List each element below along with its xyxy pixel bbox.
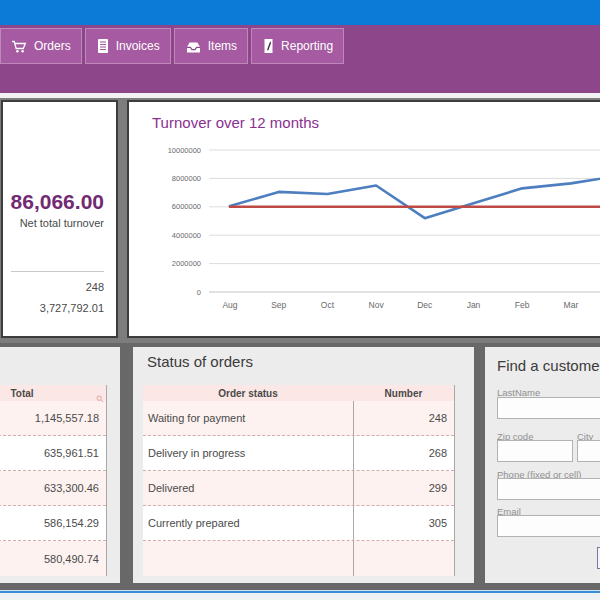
- net-total-label: Net total turnover: [3, 217, 116, 229]
- nav-item-label: Reporting: [281, 39, 333, 53]
- svg-text:Mar: Mar: [564, 300, 579, 310]
- totals-header-row: Total: [0, 385, 106, 401]
- dashboard-window: Orders Invoices Items Reporting: [0, 0, 600, 600]
- total-value: 580,490.74: [0, 553, 106, 565]
- chart-title: Turnover over 12 months: [152, 114, 319, 131]
- totals-column-header: Total: [0, 385, 106, 401]
- window-titlebar: [0, 0, 600, 25]
- summary-divider: [11, 271, 104, 272]
- status-column-header: Order status: [143, 385, 353, 401]
- total-value: 586,154.29: [0, 517, 106, 529]
- turnover-chart-card: Turnover over 12 months 1000000080000006…: [127, 100, 600, 338]
- svg-text:Oct: Oct: [321, 300, 335, 310]
- nav-item-label: Orders: [34, 39, 71, 53]
- email-input[interactable]: [497, 515, 600, 537]
- nav-item-orders[interactable]: Orders: [0, 28, 82, 64]
- svg-text:Nov: Nov: [369, 300, 385, 310]
- status-empty-row: [143, 541, 454, 576]
- number-column-header: Number: [353, 385, 454, 401]
- svg-text:4000000: 4000000: [172, 231, 201, 240]
- zipcode-input[interactable]: [497, 440, 573, 462]
- svg-text:0: 0: [197, 288, 201, 297]
- order-status-label: Delivered: [143, 482, 353, 494]
- order-status-label: Waiting for payment: [143, 412, 353, 424]
- order-count: 268: [354, 447, 454, 459]
- order-status-label: Delivery in progress: [143, 447, 353, 459]
- nav-item-invoices[interactable]: Invoices: [85, 28, 171, 64]
- status-header-row: Order status Number: [143, 385, 454, 401]
- svg-text:6000000: 6000000: [172, 202, 201, 211]
- svg-text:Sep: Sep: [271, 300, 286, 310]
- svg-text:Aug: Aug: [222, 300, 237, 310]
- nav-item-label: Invoices: [116, 39, 160, 53]
- order-status-card: Status of orders Order status Number Wai…: [133, 347, 474, 583]
- totals-row[interactable]: 580,490.74: [0, 541, 106, 576]
- status-row[interactable]: Currently prepared 305: [143, 506, 454, 541]
- nav-item-label: Items: [208, 39, 237, 53]
- nav-item-items[interactable]: Items: [174, 28, 248, 64]
- status-row[interactable]: Waiting for payment 248: [143, 401, 454, 436]
- nav-item-reporting[interactable]: Reporting: [251, 28, 344, 64]
- totals-row[interactable]: 633,300.46: [0, 471, 106, 506]
- order-count: 305: [354, 517, 454, 529]
- order-status-label: Currently prepared: [143, 517, 353, 529]
- status-panel-title: Status of orders: [147, 353, 253, 370]
- totals-table: Total 1,145,557.18 635,961.51 633,300.46…: [0, 385, 107, 576]
- totals-row[interactable]: 1,145,557.18: [0, 401, 106, 436]
- invoice-icon: [96, 38, 110, 54]
- cart-icon: [11, 39, 28, 54]
- svg-text:10000000: 10000000: [168, 146, 201, 155]
- order-count: 248: [354, 412, 454, 424]
- svg-text:8000000: 8000000: [172, 174, 201, 183]
- total-value: 633,300.46: [0, 482, 106, 494]
- find-customer-card: Find a customer LastName Zip code City P…: [485, 347, 600, 583]
- main-nav: Orders Invoices Items Reporting: [0, 25, 600, 93]
- svg-text:2000000: 2000000: [172, 259, 201, 268]
- city-input[interactable]: [577, 440, 600, 462]
- svg-text:Jan: Jan: [467, 300, 481, 310]
- total-value: 635,961.51: [0, 447, 106, 459]
- inbox-icon: [185, 39, 202, 54]
- turnover-chart: 1000000080000006000000400000020000000Aug…: [154, 140, 600, 320]
- report-icon: [262, 38, 275, 54]
- totals-row[interactable]: 635,961.51: [0, 436, 106, 471]
- total-value: 1,145,557.18: [0, 412, 106, 424]
- status-row[interactable]: Delivery in progress 268: [143, 436, 454, 471]
- orders-amount: 3,727,792.01: [3, 302, 116, 314]
- summary-card: 86,066.00 Net total turnover 248 3,727,7…: [1, 100, 118, 338]
- window-bottom-edge: [0, 593, 600, 600]
- status-table: Order status Number Waiting for payment …: [143, 385, 455, 576]
- phone-input[interactable]: [497, 478, 600, 500]
- orders-count: 248: [3, 281, 116, 293]
- top-customers-card: Total 1,145,557.18 635,961.51 633,300.46…: [0, 347, 120, 583]
- status-row[interactable]: Delivered 299: [143, 471, 454, 506]
- net-total-value: 86,066.00: [3, 190, 116, 214]
- lastname-input[interactable]: [497, 397, 600, 419]
- customer-panel-title: Find a customer: [497, 357, 600, 374]
- order-count: 299: [354, 482, 454, 494]
- totals-row[interactable]: 586,154.29: [0, 506, 106, 541]
- svg-text:Feb: Feb: [515, 300, 530, 310]
- nav-bottom-strip: [0, 93, 600, 98]
- column-search-icon[interactable]: [96, 389, 104, 407]
- svg-text:Dec: Dec: [417, 300, 433, 310]
